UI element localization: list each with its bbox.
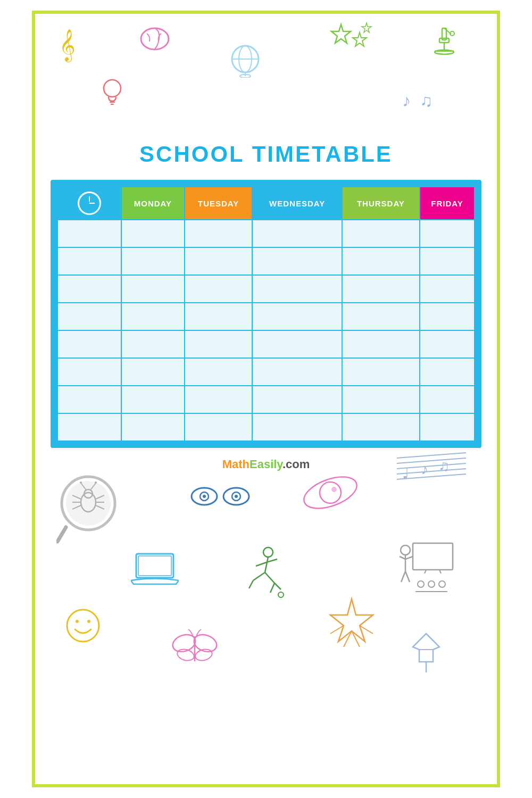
- teacher-icon: [397, 541, 455, 596]
- svg-text:♫: ♫: [438, 458, 450, 474]
- schedule-cell[interactable]: [420, 330, 475, 358]
- schedule-cell[interactable]: [342, 220, 420, 247]
- treble-clef-icon: 𝄞: [59, 29, 76, 61]
- schedule-cell[interactable]: [342, 275, 420, 303]
- svg-point-0: [141, 28, 169, 49]
- monday-header: MONDAY: [121, 187, 185, 220]
- schedule-cell[interactable]: [185, 386, 253, 413]
- schedule-cell[interactable]: [252, 247, 342, 275]
- schedule-cell[interactable]: [185, 330, 253, 358]
- svg-point-84: [176, 647, 195, 662]
- time-cell[interactable]: [57, 358, 121, 386]
- svg-line-72: [405, 571, 410, 582]
- svg-text:♪: ♪: [421, 461, 428, 477]
- schedule-cell[interactable]: [420, 386, 475, 413]
- attr-math: Math: [222, 458, 250, 471]
- svg-point-32: [80, 481, 82, 484]
- svg-rect-52: [138, 556, 171, 576]
- schedule-cell[interactable]: [185, 275, 253, 303]
- schedule-cell[interactable]: [420, 275, 475, 303]
- svg-line-71: [401, 571, 405, 582]
- schedule-cell[interactable]: [185, 220, 253, 247]
- svg-line-44: [397, 458, 466, 463]
- schedule-cell[interactable]: [420, 413, 475, 441]
- schedule-cell[interactable]: [121, 275, 185, 303]
- schedule-cell[interactable]: [342, 247, 420, 275]
- table-row: [57, 303, 475, 330]
- schedule-cell[interactable]: [121, 358, 185, 386]
- svg-marker-92: [413, 634, 439, 662]
- svg-point-42: [331, 487, 337, 492]
- schedule-cell[interactable]: [342, 413, 420, 441]
- magnifier-bug-icon: [56, 471, 126, 548]
- time-cell[interactable]: [57, 330, 121, 358]
- svg-point-20: [66, 481, 111, 526]
- schedule-cell[interactable]: [342, 358, 420, 386]
- table-row: [57, 358, 475, 386]
- tuesday-header: TUESDAY: [185, 187, 253, 220]
- runner-icon: [248, 546, 285, 601]
- schedule-cell[interactable]: [121, 330, 185, 358]
- schedule-cell[interactable]: [121, 303, 185, 330]
- table-row: [57, 330, 475, 358]
- schedule-cell[interactable]: [121, 220, 185, 247]
- schedule-cell[interactable]: [252, 275, 342, 303]
- stars-icon: [325, 22, 378, 66]
- wednesday-header: WEDNESDAY: [252, 187, 342, 220]
- time-cell[interactable]: [57, 386, 121, 413]
- svg-line-59: [270, 583, 275, 593]
- schedule-cell[interactable]: [252, 358, 342, 386]
- svg-point-73: [418, 581, 424, 587]
- svg-point-81: [87, 620, 90, 623]
- schedule-cell[interactable]: [420, 247, 475, 275]
- schedule-cell[interactable]: [252, 220, 342, 247]
- time-cell[interactable]: [57, 275, 121, 303]
- music-notes-icon: ♪ ♫: [402, 91, 435, 111]
- schedule-cell[interactable]: [252, 303, 342, 330]
- schedule-cell[interactable]: [420, 303, 475, 330]
- smiley-icon: [64, 607, 102, 646]
- svg-point-79: [67, 610, 99, 642]
- time-cell[interactable]: [57, 413, 121, 441]
- schedule-cell[interactable]: [185, 358, 253, 386]
- schedule-cell[interactable]: [185, 303, 253, 330]
- schedule-cell[interactable]: [121, 247, 185, 275]
- globe-icon: [229, 43, 261, 84]
- table-row: [57, 275, 475, 303]
- svg-rect-63: [413, 543, 453, 570]
- page: 𝄞: [32, 11, 500, 787]
- schedule-cell[interactable]: [252, 413, 342, 441]
- time-cell[interactable]: [57, 303, 121, 330]
- svg-point-39: [235, 495, 238, 498]
- schedule-cell[interactable]: [121, 386, 185, 413]
- schedule-cell[interactable]: [121, 413, 185, 441]
- planet-icon: [301, 466, 360, 521]
- table-row: [57, 247, 475, 275]
- schedule-cell[interactable]: [342, 386, 420, 413]
- svg-line-21: [57, 527, 66, 542]
- svg-text:♩: ♩: [402, 465, 409, 481]
- svg-point-40: [301, 471, 360, 515]
- schedule-cell[interactable]: [342, 303, 420, 330]
- svg-line-58: [268, 559, 277, 562]
- schedule-cell[interactable]: [252, 386, 342, 413]
- svg-line-43: [397, 453, 466, 458]
- schedule-cell[interactable]: [420, 220, 475, 247]
- schedule-cell[interactable]: [185, 413, 253, 441]
- thursday-header: THURSDAY: [342, 187, 420, 220]
- schedule-cell[interactable]: [185, 247, 253, 275]
- clock-header: [57, 187, 121, 220]
- microscope-icon: [429, 26, 461, 65]
- time-cell[interactable]: [57, 220, 121, 247]
- svg-point-62: [278, 592, 284, 597]
- music-staff-icon: ♩ ♪ ♫: [397, 447, 466, 492]
- schedule-cell[interactable]: [252, 330, 342, 358]
- schedule-cell[interactable]: [342, 330, 420, 358]
- svg-point-74: [428, 581, 435, 587]
- time-cell[interactable]: [57, 247, 121, 275]
- svg-line-69: [405, 556, 413, 559]
- table-row: [57, 220, 475, 247]
- page-title: SCHOOL TIMETABLE: [35, 142, 497, 167]
- schedule-cell[interactable]: [420, 358, 475, 386]
- svg-rect-51: [136, 554, 173, 578]
